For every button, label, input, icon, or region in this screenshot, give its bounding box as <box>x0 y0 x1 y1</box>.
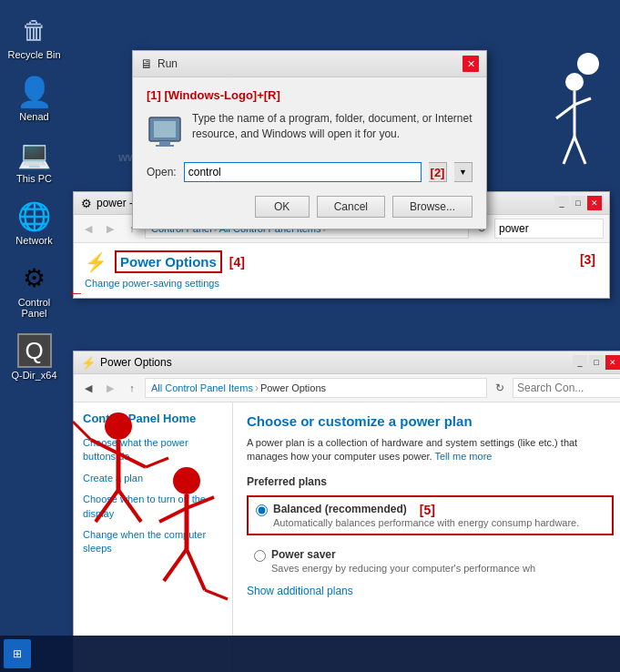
run-buttons: OK Cancel Browse... <box>147 196 473 218</box>
q-dir-label: Q-Dir_x64 <box>11 370 56 381</box>
power-main-area: Control Panel Home Choose what the power… <box>74 402 620 672</box>
run-cancel-button[interactable]: Cancel <box>317 196 385 218</box>
power-address-path: All Control Panel Items › Power Options <box>145 378 487 398</box>
power-saver-radio[interactable] <box>254 550 266 562</box>
cp-search-window-icon: ⚙ <box>81 197 92 210</box>
power-breadcrumb-current: Power Options <box>260 382 326 393</box>
balanced-radio[interactable] <box>256 504 268 516</box>
control-panel-image: ⚙ <box>17 260 52 295</box>
control-panel-label: Control Panel <box>7 297 62 319</box>
cp-search-input[interactable] <box>494 219 604 239</box>
run-open-input[interactable] <box>184 162 422 182</box>
power-saver-plan-desc: Saves energy by reducing your computer's… <box>271 563 535 574</box>
cp-search-maximize-button[interactable]: □ <box>571 196 585 210</box>
cp-search-back-button[interactable]: ◀ <box>79 219 97 238</box>
preferred-plans-label: Preferred plans <box>247 475 614 488</box>
nenad-image: 👤 <box>17 75 52 109</box>
balanced-plan-row: Balanced (recommended) [5] Automatically… <box>247 495 614 535</box>
taskbar: ⊞ <box>0 636 620 672</box>
power-window-maximize-button[interactable]: □ <box>589 355 604 370</box>
run-icon: 🖥 <box>140 56 153 71</box>
power-search-input[interactable] <box>513 378 620 398</box>
network-icon[interactable]: 🌐 Network <box>4 195 66 249</box>
start-button[interactable]: ⊞ <box>4 639 31 668</box>
power-window-close-button[interactable]: ✕ <box>605 355 620 370</box>
balanced-plan-desc: Automatically balances performance with … <box>273 517 579 528</box>
run-step2-label: [2] <box>429 162 447 182</box>
this-pc-icon[interactable]: 💻 This PC <box>4 133 66 188</box>
run-open-label: Open: <box>147 166 177 178</box>
svg-line-3 <box>556 105 574 118</box>
svg-line-4 <box>574 98 591 105</box>
run-dialog-close-button[interactable]: ✕ <box>462 56 479 72</box>
run-header-row: Type the name of a program, folder, docu… <box>147 111 473 151</box>
run-dropdown-arrow[interactable]: ▼ <box>454 162 473 182</box>
power-back-button[interactable]: ◀ <box>79 379 97 397</box>
cp-search-forward-button[interactable]: ▶ <box>101 219 119 238</box>
power-window-title-left: ⚡ Power Options <box>81 356 172 370</box>
power-window-controls: _ □ ✕ <box>573 355 620 370</box>
svg-text:?: ? <box>588 54 594 64</box>
this-pc-label: This PC <box>16 173 52 184</box>
change-power-saving-link[interactable]: Change power-saving settings <box>85 278 219 289</box>
sidebar-link-create-plan[interactable]: Create a plan <box>74 468 232 489</box>
sidebar-link-power-buttons[interactable]: Choose what the power buttons do <box>74 433 232 468</box>
network-image: 🌐 <box>17 199 52 233</box>
run-step-label: [1] [Windows-Logo]+[R] <box>147 88 473 102</box>
recycle-bin-icon[interactable]: 🗑 Recycle Bin <box>4 9 66 64</box>
run-browse-button[interactable]: Browse... <box>392 196 473 218</box>
run-dialog: 🖥 Run ✕ [1] [Windows-Logo]+[R] Type the … <box>132 50 487 229</box>
power-forward-button[interactable]: ▶ <box>101 379 119 397</box>
run-dialog-body: [1] [Windows-Logo]+[R] Type the name of … <box>133 77 486 229</box>
run-dialog-title-left: 🖥 Run <box>140 56 178 71</box>
power-saver-plan-info: Power saver Saves energy by reducing you… <box>271 548 535 574</box>
run-title-text: Run <box>158 57 178 70</box>
svg-point-0 <box>577 53 599 75</box>
nenad-icon[interactable]: 👤 Nenad <box>4 71 66 126</box>
step5-label: [5] <box>420 503 435 517</box>
arrow-indicator: ← <box>66 282 85 303</box>
run-computer-icon <box>147 115 183 151</box>
balanced-plan-info: Balanced (recommended) [5] Automatically… <box>273 503 579 528</box>
power-saver-plan-name: Power saver <box>271 548 535 561</box>
power-saver-plan-row: Power saver Saves energy by reducing you… <box>247 543 614 579</box>
cp-search-content: [3] ⚡ Power Options [4] Change power-sav… <box>74 243 609 298</box>
desktop-icons: 🗑 Recycle Bin 👤 Nenad 💻 This PC 🌐 Networ… <box>0 0 68 672</box>
power-content-area: Choose or customize a power plan A power… <box>233 402 620 672</box>
power-options-window: ⚡ Power Options _ □ ✕ ◀ ▶ ↑ All Control … <box>73 351 620 672</box>
cp-search-minimize-button[interactable]: _ <box>554 196 569 210</box>
sidebar-link-computer-sleeps[interactable]: Change when the computer sleeps <box>74 524 232 560</box>
thinking-figure: ? <box>538 46 611 191</box>
balanced-plan-name: Balanced (recommended) <box>273 503 407 515</box>
cp-search-close-button[interactable]: ✕ <box>587 196 602 210</box>
power-window-title-text: Power Options <box>100 356 172 369</box>
power-window-minimize-button[interactable]: _ <box>573 355 587 370</box>
step4-label: [4] <box>229 255 245 270</box>
nenad-label: Nenad <box>19 111 48 122</box>
svg-rect-26 <box>156 145 174 147</box>
sidebar-title[interactable]: Control Panel Home <box>74 412 232 433</box>
q-dir-icon[interactable]: Q Q-Dir_x64 <box>4 330 66 384</box>
recycle-bin-image: 🗑 <box>17 13 52 47</box>
tell-me-more-link[interactable]: Tell me more <box>434 451 492 462</box>
run-open-row: Open: [2] ▼ <box>147 162 473 182</box>
power-breadcrumb-sep: › <box>255 382 259 394</box>
power-up-button[interactable]: ↑ <box>123 379 141 397</box>
show-additional-plans[interactable]: Show additional plans <box>247 585 614 597</box>
recycle-bin-label: Recycle Bin <box>7 49 60 60</box>
run-ok-button[interactable]: OK <box>255 196 310 218</box>
power-breadcrumb-cp-items[interactable]: All Control Panel Items <box>151 382 253 393</box>
sidebar-link-turn-off-display[interactable]: Choose when to turn off the display <box>74 489 232 524</box>
power-options-row: ⚡ Power Options [4] <box>85 250 598 273</box>
power-options-icon: ⚡ <box>85 251 107 273</box>
control-panel-icon[interactable]: ⚙ Control Panel <box>4 257 66 322</box>
power-window-icon: ⚡ <box>81 356 96 370</box>
svg-line-5 <box>564 137 574 164</box>
q-dir-image: Q <box>17 333 52 368</box>
this-pc-image: 💻 <box>17 137 52 171</box>
run-dialog-titlebar: 🖥 Run ✕ <box>133 51 486 77</box>
power-refresh-button[interactable]: ↻ <box>491 379 509 397</box>
power-options-label[interactable]: Power Options <box>115 250 222 273</box>
power-sidebar: Control Panel Home Choose what the power… <box>74 402 233 672</box>
run-description: Type the name of a program, folder, docu… <box>192 111 473 142</box>
